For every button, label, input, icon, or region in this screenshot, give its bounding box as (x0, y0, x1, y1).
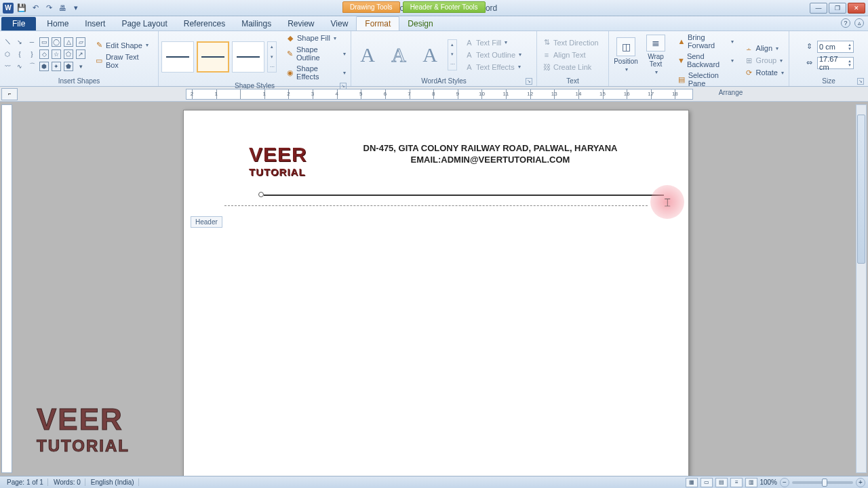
close-button[interactable]: ✕ (848, 3, 865, 14)
align-icon: ⫠ (745, 43, 754, 53)
outline-view-icon[interactable]: ≡ (730, 478, 743, 487)
group-button: ⊞Group▾ (743, 55, 786, 66)
draft-view-icon[interactable]: ▥ (745, 478, 757, 487)
text-group: ⇅Text Direction ≡Align Text ⛓Create Link… (537, 31, 609, 86)
group-label: Size↘ (792, 77, 865, 86)
send-backward-button[interactable]: ▼Send Backward▾ (675, 52, 736, 69)
email-line: EMAIL:ADMIN@VEERTUTORIAL.COM (333, 155, 648, 165)
ribbon: ＼↘─▭◯△▱ ⬡{}◇☆⬠↗ 〰∿⌒⬢✦⬟▾ ✎Edit Shape▾ ▭Dr… (0, 31, 868, 87)
style-swatch[interactable] (161, 41, 194, 73)
design-tab[interactable]: Design (399, 17, 441, 30)
insert-shapes-group: ＼↘─▭◯△▱ ⬡{}◇☆⬠↗ 〰∿⌒⬢✦⬟▾ ✎Edit Shape▾ ▭Dr… (0, 31, 159, 86)
horizontal-ruler[interactable]: 21123456789101112131415161718 (186, 89, 693, 100)
print-layout-view-icon[interactable]: ▦ (686, 478, 698, 487)
selection-pane-button[interactable]: ▤Selection Pane (675, 70, 736, 88)
mailings-tab[interactable]: Mailings (233, 17, 279, 30)
zoom-in-button[interactable]: + (856, 478, 865, 487)
drawing-tools-context: Drawing Tools (342, 1, 400, 13)
edit-shape-button[interactable]: ✎Edit Shape▾ (92, 40, 155, 51)
tab-selector[interactable]: ⌐ (1, 88, 18, 100)
ribbon-tabs: File Home Insert Page Layout References … (0, 16, 868, 31)
position-button[interactable]: ◫Position▾ (612, 35, 640, 75)
zoom-level[interactable]: 100% (760, 479, 777, 486)
wordart-swatch[interactable]: A (354, 39, 381, 70)
horizontal-line-shape[interactable] (264, 195, 664, 196)
outline-icon: ✎ (285, 49, 294, 58)
quick-access-toolbar: 💾 ↶ ↷ 🖶 ▾ (16, 3, 81, 14)
style-swatch-selected[interactable] (197, 41, 229, 73)
logo-line1: VEER (249, 143, 307, 166)
minimize-ribbon-icon[interactable]: ▵ (854, 18, 864, 28)
word-count[interactable]: Words: 0 (50, 479, 85, 486)
shapes-gallery[interactable]: ＼↘─▭◯△▱ ⬡{}◇☆⬠↗ 〰∿⌒⬢✦⬟▾ (3, 37, 87, 73)
vertical-ruler[interactable] (1, 104, 12, 473)
view-tab[interactable]: View (323, 17, 357, 30)
zoom-slider-thumb[interactable] (822, 479, 827, 487)
wordart-swatch[interactable]: A (385, 39, 412, 70)
logo: VEER TUTORIAL (249, 143, 307, 178)
qat-customize-icon[interactable]: ▾ (71, 3, 81, 14)
undo-icon[interactable]: ↶ (30, 3, 41, 14)
watermark-logo: VEER TUTORIAL (37, 403, 130, 455)
minimize-button[interactable]: — (810, 3, 827, 14)
shape-handle-right-highlight[interactable] (650, 185, 684, 219)
shape-style-gallery[interactable]: ▴▾⋯ (161, 41, 277, 73)
rotate-button[interactable]: ⟳Rotate▾ (743, 67, 786, 78)
align-button[interactable]: ⫠Align▾ (743, 43, 786, 54)
create-link-button: ⛓Create Link (540, 62, 601, 73)
dialog-launcher-icon[interactable]: ↘ (526, 78, 532, 85)
draw-text-box-button[interactable]: ▭Draw Text Box (92, 52, 155, 70)
restore-button[interactable]: ❐ (829, 3, 846, 14)
print-icon[interactable]: 🖶 (57, 3, 68, 14)
address-line: DN-475, GITA COLONY RAILWAY ROAD, PALWAL… (333, 143, 648, 153)
review-tab[interactable]: Review (279, 17, 322, 30)
dialog-launcher-icon[interactable]: ↘ (857, 78, 864, 85)
width-input[interactable]: 17.67 cm▲▼ (817, 57, 854, 69)
wordart-gallery[interactable]: A A A ▴▾⋯ (354, 39, 457, 70)
header-footer-tools-context: Header & Footer Tools (403, 1, 486, 13)
send-backward-icon: ▼ (677, 56, 685, 65)
size-group: ⇕ 0 cm▲▼ ⇔ 17.67 cm▲▼ Size↘ (789, 31, 868, 86)
save-icon[interactable]: 💾 (16, 3, 27, 14)
effects-icon: ◉ (285, 68, 294, 77)
height-input[interactable]: 0 cm▲▼ (817, 41, 854, 53)
references-tab[interactable]: References (176, 17, 233, 30)
watermark-line1: VEER (37, 403, 130, 436)
width-icon: ⇔ (804, 58, 814, 68)
language-status[interactable]: English (India) (87, 479, 139, 486)
gallery-more-icon[interactable]: ▴▾⋯ (267, 41, 277, 73)
style-swatch[interactable] (232, 41, 264, 73)
home-tab[interactable]: Home (39, 17, 77, 30)
height-icon: ⇕ (804, 41, 814, 52)
shape-handle-left[interactable] (258, 192, 264, 197)
zoom-out-button[interactable]: − (780, 478, 789, 487)
page-status[interactable]: Page: 1 of 1 (3, 479, 48, 486)
help-icon[interactable]: ? (841, 18, 850, 28)
title-bar: W 💾 ↶ ↷ 🖶 ▾ Document3 - Microsoft Word D… (0, 0, 868, 16)
shape-outline-button[interactable]: ✎Shape Outline▾ (283, 45, 348, 62)
wrap-text-button[interactable]: ≣Wrap Text▾ (642, 35, 670, 75)
rotate-icon: ⟳ (745, 68, 754, 77)
text-direction-button: ⇅Text Direction (540, 37, 601, 48)
zoom-slider[interactable] (792, 481, 853, 484)
logo-line2: TUTORIAL (249, 166, 307, 178)
vertical-scrollbar[interactable] (856, 104, 867, 473)
document-area: ▦ VEER TUTORIAL DN-475, GITA COLONY RAIL… (0, 102, 868, 476)
word-app-icon: W (3, 3, 14, 14)
shape-fill-button[interactable]: ◆Shape Fill▾ (283, 33, 348, 43)
redo-icon[interactable]: ↷ (43, 3, 54, 14)
gallery-more-icon[interactable]: ▴▾⋯ (448, 39, 457, 70)
wordart-swatch[interactable]: A (416, 39, 443, 70)
format-tab[interactable]: Format (356, 16, 399, 30)
fullscreen-reading-view-icon[interactable]: ▭ (701, 478, 713, 487)
web-layout-view-icon[interactable]: ▤ (715, 478, 728, 487)
document-page[interactable]: VEER TUTORIAL DN-475, GITA COLONY RAILWA… (183, 110, 689, 476)
shape-effects-button[interactable]: ◉Shape Effects▾ (283, 64, 348, 81)
bring-forward-button[interactable]: ▲Bring Forward▾ (675, 33, 736, 50)
insert-tab[interactable]: Insert (77, 17, 113, 30)
header-zone[interactable]: VEER TUTORIAL DN-475, GITA COLONY RAILWA… (184, 110, 688, 214)
text-outline-icon: A (465, 50, 474, 60)
scrollbar-thumb[interactable] (857, 115, 865, 264)
file-tab[interactable]: File (1, 17, 36, 30)
page-layout-tab[interactable]: Page Layout (113, 17, 175, 30)
